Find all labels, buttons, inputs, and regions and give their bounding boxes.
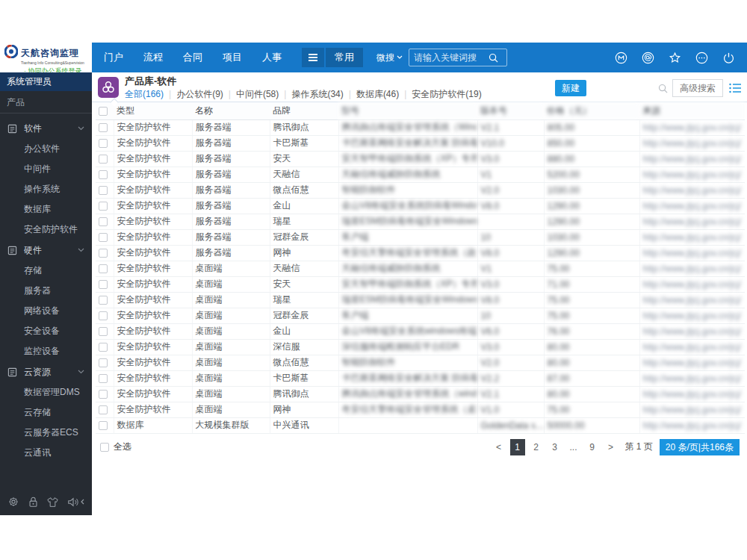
speaker-volume-icon[interactable] bbox=[67, 497, 79, 508]
cell-type: 安全防护软件 bbox=[114, 182, 192, 198]
row-checkbox[interactable] bbox=[99, 233, 108, 242]
cell-version: 10 bbox=[477, 229, 544, 245]
row-checkbox[interactable] bbox=[99, 186, 108, 195]
page-number-button[interactable]: 3 bbox=[548, 439, 562, 455]
filter-tab[interactable]: 数据库(46) bbox=[356, 89, 399, 99]
cell-brand: 瑞星 bbox=[270, 292, 338, 308]
sidebar-item[interactable]: 云通讯 bbox=[0, 443, 92, 463]
global-search-box[interactable] bbox=[409, 49, 507, 66]
row-checkbox[interactable] bbox=[99, 217, 108, 226]
table-search-icon[interactable] bbox=[658, 84, 668, 93]
cell-version: 10 bbox=[477, 308, 544, 323]
search-icon[interactable] bbox=[489, 53, 498, 63]
filter-tab[interactable]: 安全防护软件(19) bbox=[412, 89, 481, 99]
sidebar-group-1[interactable]: 硬件 bbox=[0, 240, 92, 261]
row-checkbox[interactable] bbox=[99, 280, 108, 289]
theme-shirt-icon[interactable] bbox=[46, 497, 59, 508]
sidebar-item[interactable]: 云服务器ECS bbox=[0, 423, 92, 443]
sidebar-item[interactable]: 安全设备 bbox=[0, 321, 92, 341]
row-checkbox[interactable] bbox=[99, 123, 108, 132]
row-checkbox[interactable] bbox=[99, 405, 108, 414]
collapse-chevron-icon[interactable] bbox=[81, 499, 84, 505]
page-number-button[interactable]: 2 bbox=[529, 439, 544, 455]
cell-brand: 微点佰慧 bbox=[270, 182, 338, 198]
search-category-dropdown[interactable]: 微搜 bbox=[376, 52, 403, 64]
table-row: 安全防护软件桌面端深信服深信服终端检测响应平台EDRV3.080.00http:… bbox=[96, 339, 745, 355]
settings-gear-icon[interactable] bbox=[7, 496, 19, 508]
row-checkbox[interactable] bbox=[99, 202, 108, 211]
topnav-item[interactable]: 人事 bbox=[262, 51, 282, 64]
page-number-button[interactable]: 1 bbox=[510, 439, 525, 455]
cell-price: 1290.00 bbox=[544, 214, 639, 229]
page-size-summary[interactable]: 20 条/页|共166条 bbox=[660, 439, 740, 455]
row-checkbox[interactable] bbox=[99, 311, 108, 320]
page-next-button[interactable]: > bbox=[604, 439, 619, 455]
column-header: 型号 bbox=[338, 102, 477, 119]
row-checkbox[interactable] bbox=[99, 264, 108, 273]
table-row: 安全防护软件桌面端天融信天融信终端威胁防御系统V175.00http://www… bbox=[96, 261, 745, 276]
row-checkbox[interactable] bbox=[99, 170, 108, 179]
filter-tab[interactable]: 中间件(58) bbox=[236, 89, 279, 99]
cell-type: 安全防护软件 bbox=[114, 355, 192, 370]
cell-brand: 中兴通讯 bbox=[270, 417, 338, 433]
filter-tab[interactable]: 全部(166) bbox=[125, 89, 164, 99]
cell-name: 桌面端 bbox=[192, 386, 270, 402]
favorite-star-icon[interactable] bbox=[669, 52, 681, 64]
row-checkbox-cell bbox=[96, 417, 114, 433]
message-icon[interactable] bbox=[642, 52, 654, 64]
header-checkbox[interactable] bbox=[99, 107, 108, 116]
nav-menu-button[interactable] bbox=[302, 48, 324, 67]
row-checkbox[interactable] bbox=[99, 296, 108, 305]
sidebar-item[interactable]: 数据库 bbox=[0, 199, 92, 220]
global-search-input[interactable] bbox=[414, 52, 489, 63]
row-checkbox[interactable] bbox=[99, 155, 108, 164]
row-checkbox[interactable] bbox=[99, 421, 108, 430]
sidebar-item[interactable]: 办公软件 bbox=[0, 139, 92, 159]
lock-icon[interactable] bbox=[28, 496, 39, 508]
m-badge-icon[interactable] bbox=[615, 52, 627, 64]
list-view-icon[interactable] bbox=[729, 83, 741, 93]
row-checkbox[interactable] bbox=[99, 249, 108, 258]
new-button[interactable]: 新建 bbox=[555, 80, 586, 96]
page-prev-button[interactable]: < bbox=[492, 439, 506, 455]
more-options-icon[interactable] bbox=[695, 52, 708, 64]
topnav-item[interactable]: 流程 bbox=[143, 51, 163, 64]
quick-search-input[interactable] bbox=[586, 80, 658, 96]
cell-price: 850.00 bbox=[544, 135, 639, 151]
power-logout-icon[interactable] bbox=[722, 52, 735, 64]
sidebar-group-0[interactable]: 软件 bbox=[0, 118, 92, 139]
row-checkbox[interactable] bbox=[99, 390, 108, 399]
sidebar-item[interactable]: 服务器 bbox=[0, 281, 92, 301]
sidebar-item[interactable]: 数据管理DMS bbox=[0, 382, 92, 402]
row-checkbox[interactable] bbox=[99, 139, 108, 148]
cell-type: 安全防护软件 bbox=[114, 119, 192, 135]
table-row: 安全防护软件服务器端冠群金辰客户端101030.00http://www.jtj… bbox=[96, 229, 745, 245]
select-all-checkbox[interactable] bbox=[100, 443, 109, 452]
cell-model: 智能防御软件 bbox=[338, 182, 477, 198]
cell-brand: 安天 bbox=[270, 276, 338, 292]
row-checkbox[interactable] bbox=[99, 327, 108, 336]
sidebar-item[interactable]: 监控设备 bbox=[0, 341, 92, 361]
topnav-item[interactable]: 合同 bbox=[183, 51, 202, 64]
page-number-button[interactable]: 9 bbox=[585, 439, 600, 455]
sidebar-item[interactable]: 云存储 bbox=[0, 402, 92, 423]
topnav-item-active[interactable]: 常用 bbox=[326, 48, 363, 67]
table-row: 安全防护软件服务器端安天安天智甲终端防御系统（XP）专用版V3.0880.00h… bbox=[96, 151, 745, 167]
topnav-item[interactable]: 门户 bbox=[104, 51, 123, 64]
cell-source: http://www.jtjcj.gov.cn/jcj/ bbox=[639, 417, 745, 433]
sidebar-item[interactable]: 网络设备 bbox=[0, 301, 92, 321]
row-checkbox[interactable] bbox=[99, 358, 108, 367]
filter-tab[interactable]: 操作系统(34) bbox=[291, 89, 343, 99]
sidebar-item[interactable]: 存储 bbox=[0, 261, 92, 281]
row-checkbox[interactable] bbox=[99, 343, 108, 352]
sidebar-item[interactable]: 安全防护软件 bbox=[0, 220, 92, 240]
sidebar-group-2[interactable]: 云资源 bbox=[0, 361, 92, 382]
row-checkbox[interactable] bbox=[99, 374, 108, 383]
cell-name: 服务器端 bbox=[192, 135, 270, 151]
advanced-search-button[interactable]: 高级搜索 bbox=[672, 79, 723, 97]
topnav-item[interactable]: 项目 bbox=[223, 51, 242, 64]
sidebar-item[interactable]: 中间件 bbox=[0, 159, 92, 179]
cell-type: 安全防护软件 bbox=[114, 135, 192, 151]
filter-tab[interactable]: 办公软件(9) bbox=[176, 89, 223, 99]
sidebar-item[interactable]: 操作系统 bbox=[0, 179, 92, 199]
